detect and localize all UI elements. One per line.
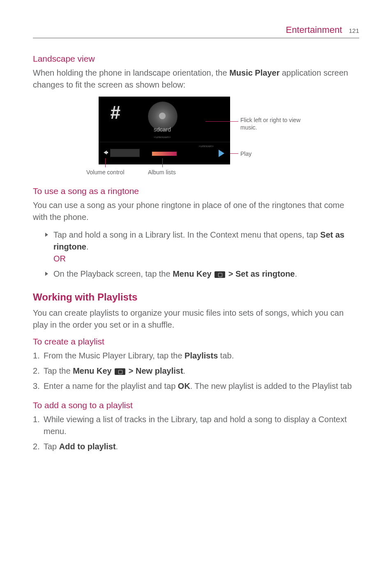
list-item: Enter a name for the playlist and tap OK… (33, 380, 359, 392)
menu-key-icon (115, 368, 125, 375)
page-number: 121 (349, 27, 359, 34)
menu-key-bold: Menu Key (73, 366, 111, 375)
callout-flick: Flick left or right to view music. (240, 116, 306, 131)
text: Tap (44, 442, 59, 451)
ok-bold: OK (178, 381, 190, 391)
volume-bar (110, 149, 140, 157)
callout-album-lists: Album lists (148, 169, 176, 176)
text: Enter a name for the playlist and tap (44, 381, 178, 391)
album-lists-bar (152, 152, 177, 156)
text: From the Music Player Library, tap the (44, 351, 184, 360)
callout-line (105, 158, 106, 167)
menu-key-icon (214, 271, 225, 278)
text: Tap the (44, 366, 73, 375)
callout-line (162, 158, 163, 167)
sdcard-text: sdcard (154, 126, 171, 133)
music-player-bold: Music Player (229, 68, 279, 77)
callout-play: Play (240, 150, 251, 157)
text: When holding the phone in landscape orie… (33, 68, 229, 77)
callout-line (205, 121, 238, 122)
set-as-ringtone-bold: Set as ringtone (235, 269, 295, 278)
disc-center-icon (159, 113, 166, 119)
screenshot-bottom: <unknown> (99, 142, 230, 164)
ringtone-description: You can use a song as your phone rington… (33, 199, 359, 223)
ringtone-steps: Tap and hold a song in a Library list. I… (45, 229, 359, 280)
heading-add-song: To add a song to a playlist (33, 400, 359, 410)
volume-icon (104, 150, 107, 155)
list-item: From the Music Player Library, tap the P… (33, 350, 359, 362)
play-icon (219, 150, 224, 157)
heading-create-playlist: To create a playlist (33, 337, 359, 347)
callout-volume: Volume control (86, 169, 125, 176)
list-item: While viewing a list of tracks in the Li… (33, 414, 359, 437)
header-title: Entertainment (286, 25, 342, 35)
text: > (126, 366, 136, 375)
sdcard-label: sdcard <unknown> (142, 126, 183, 139)
playlists-bold: Playlists (184, 351, 218, 360)
create-playlist-steps: From the Music Player Library, tap the P… (33, 350, 359, 392)
or-label: OR (53, 253, 359, 265)
text: Tap and hold a song in a Library list. I… (53, 230, 320, 239)
hash-icon: # (110, 102, 120, 123)
list-item: Tap and hold a song in a Library list. I… (45, 229, 359, 265)
unknown-text: <unknown> (199, 145, 214, 148)
landscape-figure: # sdcard <unknown> <unknown> Flick left … (33, 97, 359, 183)
heading-ringtone: To use a song as a ringtone (33, 186, 359, 196)
text: On the Playback screen, tap the (53, 269, 173, 278)
callout-line (230, 153, 238, 154)
screenshot: # sdcard <unknown> <unknown> (99, 97, 230, 164)
text: . (183, 366, 186, 375)
text: . (86, 242, 89, 251)
screenshot-top: # sdcard <unknown> (99, 97, 230, 142)
heading-working-playlists: Working with Playlists (33, 291, 359, 303)
text: . (116, 442, 118, 451)
header-bar: Entertainment 121 (33, 25, 359, 38)
new-playlist-bold: New playlist (136, 366, 183, 375)
list-item: Tap the Menu Key > New playlist. (33, 365, 359, 377)
add-song-steps: While viewing a list of tracks in the Li… (33, 414, 359, 453)
page: Entertainment 121 Landscape view When ho… (0, 0, 392, 481)
menu-key-bold: Menu Key (173, 269, 211, 278)
heading-landscape-view: Landscape view (33, 54, 359, 64)
text: tab. (218, 351, 234, 360)
list-item: Tap Add to playlist. (33, 441, 359, 453)
sdcard-subtext: <unknown> (154, 135, 171, 139)
add-to-playlist-bold: Add to playlist (59, 442, 116, 451)
playlists-description: You can create playlists to organize you… (33, 307, 359, 331)
text: . The new playlist is added to the Playl… (190, 381, 352, 391)
text: > (226, 269, 235, 278)
landscape-description: When holding the phone in landscape orie… (33, 67, 359, 91)
text: . (295, 269, 297, 278)
list-item: On the Playback screen, tap the Menu Key… (45, 268, 359, 280)
